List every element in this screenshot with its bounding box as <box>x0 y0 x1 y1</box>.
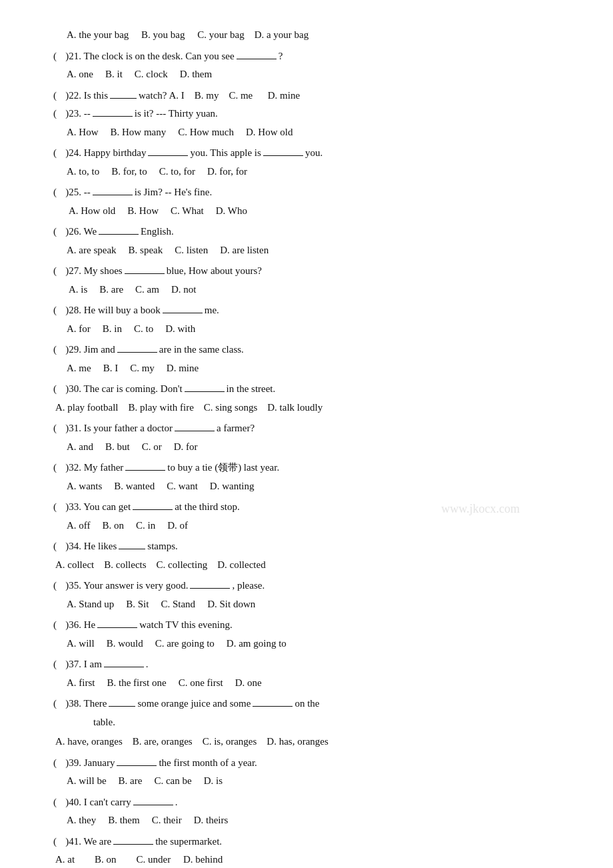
answers-25: A. How old B. How C. What D. Who <box>53 203 560 220</box>
blank-41 <box>113 834 153 845</box>
answers-41: A. at B. on C. under D. behind <box>53 851 560 868</box>
watermark: www.jkocx.com <box>441 499 520 519</box>
preamble-text: A. the your bag B. you bag C. your bag D… <box>67 27 308 44</box>
blank-28 <box>163 303 203 313</box>
answers-24: A. to, to B. for, to C. to, for D. for, … <box>53 163 560 181</box>
answers-28: A. for B. in C. to D. with <box>53 321 560 338</box>
question-38: ( )38. There some orange juice and some … <box>53 695 560 713</box>
blank-38b <box>253 696 293 707</box>
blank-30 <box>185 381 225 392</box>
blank-38a <box>109 696 135 707</box>
question-39: ( )39. January the first month of a year… <box>53 755 560 772</box>
answers-23: A. How B. How many C. How much D. How ol… <box>53 124 560 141</box>
question-32: ( )32. My father to buy a tie (领带) last … <box>53 459 560 477</box>
exam-content: A. the your bag B. you bag C. your bag D… <box>53 27 560 868</box>
blank-31 <box>175 421 215 431</box>
answers-39: A. will be B. are C. can be D. is <box>53 773 560 790</box>
answers-40: A. they B. them C. their D. theirs <box>53 812 560 829</box>
question-37: ( )37. I am . <box>53 656 560 673</box>
answers-33: A. off B. on C. in D. of <box>53 517 560 535</box>
answers-31: A. and B. but C. or D. for <box>53 439 560 456</box>
answers-29: A. me B. I C. my D. mine <box>53 360 560 377</box>
blank-26 <box>99 224 139 235</box>
question-21: ( )21. The clock is on the desk. Can you… <box>53 48 560 65</box>
question-30: ( )30. The car is coming. Don't in the s… <box>53 381 560 398</box>
blank-39 <box>117 755 157 766</box>
blank-37 <box>104 657 144 667</box>
answers-38: A. have, oranges B. are, oranges C. is, … <box>53 733 560 751</box>
answers-36: A. will B. would C. are going to D. am g… <box>53 635 560 653</box>
answers-37: A. first B. the first one C. one first D… <box>53 675 560 692</box>
blank-24a <box>148 145 188 156</box>
blank-23 <box>93 106 133 117</box>
question-40: ( )40. I can't carry . <box>53 794 560 811</box>
blank-40 <box>133 795 173 805</box>
blank-36 <box>97 617 137 628</box>
question-27: ( )27. My shoes blue, How about yours? <box>53 263 560 280</box>
answers-32: A. wants B. wanted C. want D. wanting <box>53 478 560 495</box>
answers-34: A. collect B. collects C. collecting D. … <box>53 557 560 574</box>
blank-24b <box>263 145 303 156</box>
question-36: ( )36. He watch TV this evening. <box>53 617 560 634</box>
blank-21 <box>237 49 277 59</box>
question-22: ( )22. Is this watch? A. I B. my C. me D… <box>53 87 560 105</box>
question-29: ( )29. Jim and are in the same class. <box>53 341 560 359</box>
question-35: ( )35. Your answer is very good. , pleas… <box>53 577 560 595</box>
answers-35: A. Stand up B. Sit C. Stand D. Sit down <box>53 596 560 613</box>
blank-35 <box>190 578 230 589</box>
question-28: ( )28. He will buy a book me. <box>53 302 560 319</box>
question-23: ( )23. -- is it? --- Thirty yuan. <box>53 105 560 123</box>
blank-33 <box>133 499 173 510</box>
blank-32 <box>125 460 165 471</box>
answers-27: A. is B. are C. am D. not <box>53 281 560 299</box>
question-26: ( )26. We English. <box>53 223 560 241</box>
question-41: ( )41. We are the supermarket. <box>53 833 560 851</box>
question-33: ( )33. You can get at the third stop. ww… <box>53 499 560 516</box>
blank-25 <box>93 185 133 195</box>
blank-34 <box>119 539 145 549</box>
blank-22 <box>110 88 137 99</box>
answers-30: A. play football B. play with fire C. si… <box>53 399 560 417</box>
question-34: ( )34. He likes stamps. <box>53 538 560 555</box>
question-31: ( )31. Is your father a doctor a farmer? <box>53 420 560 437</box>
blank-29 <box>117 342 157 353</box>
preamble-line: A. the your bag B. you bag C. your bag D… <box>53 27 560 44</box>
answers-26: A. are speak B. speak C. listen D. are l… <box>53 242 560 259</box>
blank-27 <box>125 263 165 274</box>
answers-21: A. one B. it C. clock D. them <box>53 66 560 83</box>
question-38-cont: table. <box>53 714 560 731</box>
question-24: ( )24. Happy birthday you. This apple is… <box>53 145 560 162</box>
question-25: ( )25. -- is Jim? -- He's fine. <box>53 184 560 201</box>
